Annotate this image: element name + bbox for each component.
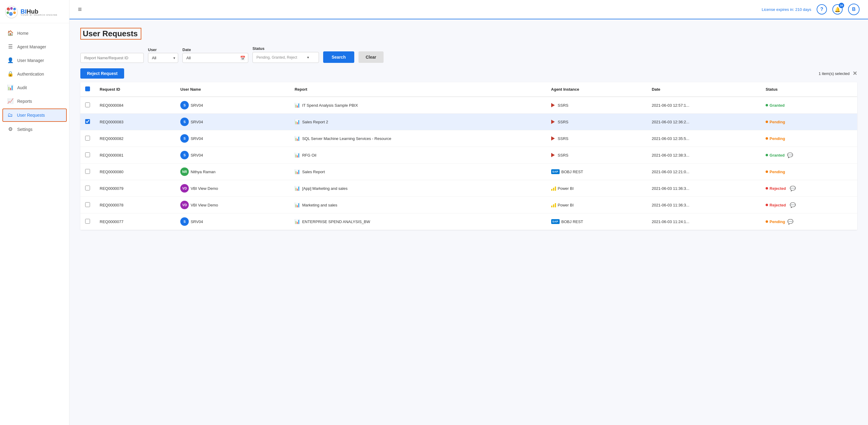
table-row: REQ0000081 S SRV04 📊 RFG Oil SSRS 2021-0…	[80, 147, 857, 164]
user-avatar: S	[180, 118, 189, 126]
close-selection-button[interactable]: ✕	[852, 70, 857, 77]
main-content: ≡ License expires in: 210 days ? 🔔 16 B …	[69, 0, 868, 425]
request-id-cell: REQ0000084	[95, 97, 176, 114]
logo: BIHub YOUR BI SEARCH ENGINE	[0, 0, 69, 23]
notifications-button[interactable]: 🔔 16	[832, 4, 843, 15]
search-button[interactable]: Search	[323, 51, 354, 63]
row-checkbox-cell	[80, 164, 95, 180]
user-avatar: VD	[180, 201, 189, 209]
user-select[interactable]: All	[148, 53, 178, 63]
status-filter-group: Status Pending, Granted, Reject ▾	[252, 46, 319, 63]
status-text: Rejected	[770, 186, 786, 191]
table-body: REQ0000084 S SRV04 📊 IT Spend Analysis S…	[80, 97, 857, 230]
table-row: REQ0000079 VD VBI View Demo 📊 [App] Mark…	[80, 180, 857, 197]
user-name-cell: S SRV04	[176, 214, 290, 230]
comment-icon[interactable]: 💬	[787, 219, 794, 225]
comment-icon[interactable]: 💬	[787, 152, 793, 158]
sidebar-label-user-requests: User Requests	[17, 113, 45, 118]
status-badge: Granted	[766, 103, 785, 108]
user-filter-group: User All	[148, 48, 178, 63]
user-name-cell: S SRV04	[176, 114, 290, 130]
user-name-cell: S SRV04	[176, 130, 290, 147]
status-dot	[766, 121, 768, 123]
report-chart-icon: 📊	[294, 103, 300, 108]
date-wrapper: 📅	[182, 53, 248, 63]
row-checkbox[interactable]	[85, 119, 90, 124]
date-cell: 2021-06-03 12:38:3...	[647, 147, 761, 164]
sidebar-item-authentication[interactable]: 🔒 Authentication	[0, 67, 69, 81]
sidebar-label-agent-manager: Agent Manager	[17, 45, 46, 49]
status-placeholder: Pending, Granted, Reject	[256, 55, 297, 60]
date-input[interactable]	[182, 53, 248, 63]
header-request-id: Request ID	[95, 82, 176, 97]
powerbi-icon	[551, 186, 556, 191]
row-checkbox[interactable]	[85, 136, 90, 141]
report-chart-icon: 📊	[294, 202, 300, 208]
header-status: Status	[761, 82, 857, 97]
request-id-cell: REQ0000077	[95, 214, 176, 230]
agent-cell: Power BI	[551, 186, 642, 191]
home-icon: 🏠	[7, 30, 13, 36]
agent-name: SSRS	[558, 153, 568, 158]
ssrs-arrow-icon	[551, 136, 555, 141]
user-name-cell: S SRV04	[176, 97, 290, 114]
date-cell: 2021-06-03 11:36:3...	[647, 180, 761, 197]
report-name: Sales Report	[302, 170, 325, 174]
agent-manager-icon: ☰	[7, 44, 13, 50]
sidebar-item-user-manager[interactable]: 👤 User Manager	[0, 54, 69, 67]
agent-cell: SAP BOBJ REST	[551, 219, 642, 224]
status-cell: Pending 💬	[761, 214, 857, 230]
table-row: REQ0000083 S SRV04 📊 Sales Report 2 SSRS…	[80, 114, 857, 130]
table-row: REQ0000082 S SRV04 📊 SQL Server Machine …	[80, 130, 857, 147]
comment-icon[interactable]: 💬	[790, 186, 796, 191]
agent-instance-cell: SSRS	[546, 97, 647, 114]
table-container: Request ID User Name Report Agent Instan…	[80, 82, 857, 230]
sidebar-item-reports[interactable]: 📈 Reports	[0, 94, 69, 108]
reject-request-button[interactable]: Reject Request	[80, 68, 124, 79]
report-search-input[interactable]	[80, 53, 144, 63]
status-dot	[766, 137, 768, 140]
agent-cell: SSRS	[551, 136, 642, 141]
sidebar-item-agent-manager[interactable]: ☰ Agent Manager	[0, 40, 69, 54]
user-filter-label: User	[148, 48, 178, 52]
sidebar-nav: 🏠 Home ☰ Agent Manager 👤 User Manager 🔒 …	[0, 23, 69, 425]
help-button[interactable]: ?	[817, 4, 827, 15]
status-filter-label: Status	[252, 46, 319, 51]
user-avatar: S	[180, 217, 189, 226]
report-name-cell: 📊 [App] Marketing and sales	[290, 180, 546, 197]
report-name: Marketing and sales	[302, 203, 337, 207]
row-checkbox-cell	[80, 214, 95, 230]
sidebar-item-user-requests[interactable]: 🗂 User Requests	[2, 109, 67, 122]
row-checkbox[interactable]	[85, 103, 90, 107]
row-checkbox[interactable]	[85, 219, 90, 224]
report-name-cell: 📊 Sales Report	[290, 164, 546, 180]
table-row: REQ0000084 S SRV04 📊 IT Spend Analysis S…	[80, 97, 857, 114]
row-checkbox[interactable]	[85, 152, 90, 157]
row-checkbox[interactable]	[85, 186, 90, 191]
hamburger-menu[interactable]: ≡	[78, 5, 82, 13]
status-cell: Granted 💬	[761, 147, 857, 164]
status-badge: Pending	[766, 170, 785, 174]
sidebar-item-audit[interactable]: 📊 Audit	[0, 81, 69, 94]
status-select-box[interactable]: Pending, Granted, Reject ▾	[252, 52, 319, 63]
select-all-checkbox[interactable]	[85, 86, 90, 91]
agent-instance-cell: Power BI	[546, 197, 647, 214]
report-name: IT Spend Analysis Sample PBIX	[302, 103, 358, 108]
sidebar-item-settings[interactable]: ⚙ Settings	[0, 122, 69, 136]
date-cell: 2021-06-03 12:57:1...	[647, 97, 761, 114]
agent-name: Power BI	[558, 203, 574, 207]
comment-icon[interactable]: 💬	[790, 202, 796, 208]
report-name: RFG Oil	[302, 153, 316, 158]
sidebar-label-reports: Reports	[17, 99, 32, 104]
row-checkbox[interactable]	[85, 202, 90, 207]
sidebar-label-authentication: Authentication	[17, 72, 44, 77]
user-avatar-button[interactable]: B	[848, 4, 860, 15]
clear-button[interactable]: Clear	[359, 51, 383, 63]
items-selected-info: 1 item(s) selected ✕	[818, 70, 857, 77]
row-checkbox-cell	[80, 114, 95, 130]
report-name: SQL Server Machine Learning Services - R…	[302, 136, 391, 141]
user-avatar: NR	[180, 167, 189, 176]
date-filter-group: Date 📅	[182, 48, 248, 63]
row-checkbox[interactable]	[85, 169, 90, 174]
sidebar-item-home[interactable]: 🏠 Home	[0, 26, 69, 40]
